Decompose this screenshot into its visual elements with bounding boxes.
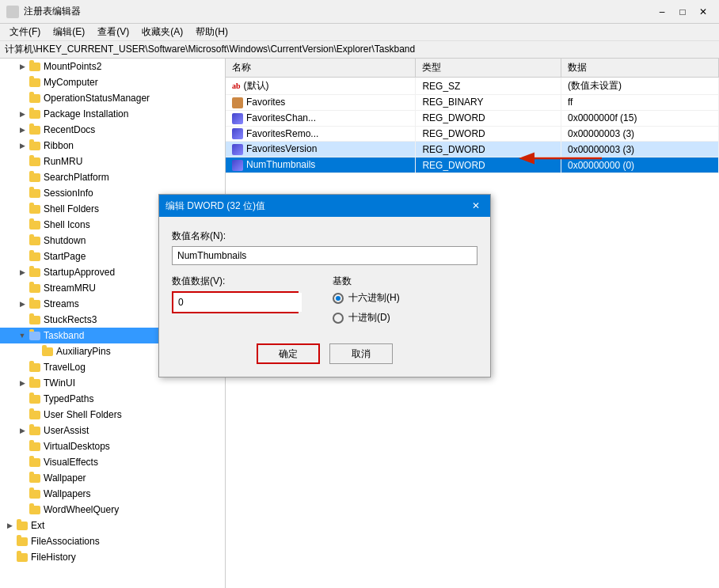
field-name-input[interactable] — [172, 246, 477, 265]
expand-usershellfolders[interactable]: ▶ — [16, 408, 29, 421]
maximize-button[interactable]: □ — [673, 4, 692, 20]
table-row[interactable]: ab(默认)REG_SZ(数值未设置) — [226, 78, 719, 95]
dialog-close-button[interactable]: ✕ — [468, 199, 484, 213]
expand-filehistory[interactable]: ▶ — [3, 551, 16, 563]
menu-favorites[interactable]: 收藏夹(A) — [135, 24, 189, 40]
folder-icon-wordwheelquery — [29, 503, 41, 516]
radio-dec-option[interactable]: 十进制(D) — [333, 311, 477, 324]
cell-name: FavoritesVersion — [226, 142, 416, 157]
expand-recentdocs[interactable]: ▶ — [16, 123, 29, 136]
radio-hex-option[interactable]: 十六进制(H) — [333, 291, 477, 305]
tree-label-auxiliarypins: AuxiliaryPins — [56, 346, 111, 357]
radio-dec-circle[interactable] — [333, 313, 344, 324]
table-row[interactable]: FavoritesREG_BINARYff — [226, 95, 719, 111]
radio-hex-circle[interactable] — [333, 293, 344, 304]
expand-taskband[interactable]: ▼ — [16, 329, 29, 342]
expand-wallpapers[interactable]: ▶ — [16, 487, 29, 500]
expand-runmru[interactable]: ▶ — [16, 155, 29, 168]
table-row[interactable]: FavoritesChan...REG_DWORD0x0000000f (15) — [226, 110, 719, 126]
tree-label-startupapproved: StartupApproved — [44, 267, 115, 278]
tree-label-visualeffects: VisualEffects — [44, 457, 98, 468]
tree-label-runmru: RunMRU — [44, 156, 82, 167]
folder-icon-usershellfolders — [29, 408, 41, 421]
expand-typedpaths[interactable]: ▶ — [16, 393, 29, 405]
dialog-ok-button[interactable]: 确定 — [257, 343, 320, 364]
cell-name-text: Favorites — [246, 97, 285, 108]
cell-name-text: (默认) — [244, 80, 269, 91]
tree-item-usershellfolders[interactable]: ▶ User Shell Folders — [0, 407, 225, 423]
expand-startupapproved[interactable]: ▶ — [16, 266, 29, 279]
cell-data: 0x00000003 (3) — [561, 142, 719, 157]
tree-item-filehistory[interactable]: ▶ FileHistory — [0, 549, 225, 565]
close-button[interactable]: ✕ — [694, 4, 713, 20]
expand-stuckrects3[interactable]: ▶ — [16, 313, 29, 326]
expand-operstatus[interactable]: ▶ — [16, 92, 29, 104]
tree-label-wordwheelquery: WordWheelQuery — [44, 504, 119, 515]
expand-auxiliarypins[interactable]: ▶ — [29, 345, 41, 358]
tree-item-recentdocs[interactable]: ▶ RecentDocs — [0, 122, 225, 138]
tree-label-wallpaper: Wallpaper — [44, 472, 86, 484]
tree-item-wallpaper[interactable]: ▶ Wallpaper — [0, 470, 225, 486]
cell-type: REG_DWORD — [416, 142, 561, 157]
tree-item-mountpoints2[interactable]: ▶ MountPoints2 — [0, 59, 225, 74]
tree-label-fileassociations: FileAssociations — [31, 536, 100, 547]
expand-fileassociations[interactable]: ▶ — [3, 535, 16, 548]
tree-item-ext[interactable]: ▶ Ext — [0, 518, 225, 533]
menu-file[interactable]: 文件(F) — [3, 24, 47, 40]
expand-streams[interactable]: ▶ — [16, 298, 29, 310]
tree-item-fileassociations[interactable]: ▶ FileAssociations — [0, 533, 225, 549]
tree-label-usershellfolders: User Shell Folders — [44, 409, 122, 420]
tree-item-visualeffects[interactable]: ▶ VisualEffects — [0, 454, 225, 470]
field-data-input[interactable] — [173, 293, 302, 312]
tree-item-mycomputer[interactable]: ▶ MyComputer — [0, 74, 225, 90]
expand-sessioninfo[interactable]: ▶ — [16, 187, 29, 199]
menu-help[interactable]: 帮助(H) — [189, 24, 234, 40]
expand-virtualdesktops[interactable]: ▶ — [16, 440, 29, 453]
menu-view[interactable]: 查看(V) — [91, 24, 135, 40]
tree-label-filehistory: FileHistory — [31, 552, 76, 563]
tree-item-ribbon[interactable]: ▶ Ribbon — [0, 138, 225, 154]
tree-item-searchplatform[interactable]: ▶ SearchPlatform — [0, 169, 225, 185]
tree-item-wallpapers[interactable]: ▶ Wallpapers — [0, 486, 225, 502]
expand-shellfolders[interactable]: ▶ — [16, 203, 29, 215]
tree-item-operstatus[interactable]: ▶ OperationStatusManager — [0, 90, 225, 106]
tree-item-typedpaths[interactable]: ▶ TypedPaths — [0, 391, 225, 407]
expand-shutdown[interactable]: ▶ — [16, 234, 29, 247]
tree-item-twinui[interactable]: ▶ TWinUI — [0, 375, 225, 391]
expand-visualeffects[interactable]: ▶ — [16, 456, 29, 469]
table-row[interactable]: NumThumbnailsREG_DWORD0x00000000 (0) — [226, 157, 719, 173]
reg-icon-dword — [232, 113, 243, 124]
dialog-cancel-button[interactable]: 取消 — [329, 343, 393, 364]
expand-travellog[interactable]: ▶ — [16, 361, 29, 374]
expand-ext[interactable]: ▶ — [3, 519, 16, 532]
table-row[interactable]: FavoritesRemo...REG_DWORD0x00000003 (3) — [226, 126, 719, 142]
cell-name-text: FavoritesVersion — [246, 143, 317, 154]
expand-packageinstall[interactable]: ▶ — [16, 108, 29, 120]
expand-ribbon[interactable]: ▶ — [16, 139, 29, 152]
tree-item-userassist[interactable]: ▶ UserAssist — [0, 423, 225, 438]
expand-twinui[interactable]: ▶ — [16, 377, 29, 389]
cell-data: 0x0000000f (15) — [561, 110, 719, 126]
expand-wordwheelquery[interactable]: ▶ — [16, 503, 29, 516]
expand-startpage[interactable]: ▶ — [16, 250, 29, 263]
tree-label-stuckrects3: StuckRects3 — [44, 314, 97, 325]
tree-item-runmru[interactable]: ▶ RunMRU — [0, 154, 225, 169]
menu-edit[interactable]: 编辑(E) — [47, 24, 91, 40]
expand-shellicons[interactable]: ▶ — [16, 218, 29, 231]
expand-userassist[interactable]: ▶ — [16, 424, 29, 437]
folder-icon-startpage — [29, 250, 41, 263]
cell-data: 0x00000000 (0) — [561, 157, 719, 173]
minimize-button[interactable]: – — [652, 4, 671, 20]
expand-mycomputer[interactable]: ▶ — [16, 76, 29, 89]
tree-item-wordwheelquery[interactable]: ▶ WordWheelQuery — [0, 502, 225, 518]
expand-mountpoints2[interactable]: ▶ — [16, 60, 29, 73]
tree-item-packageinstall[interactable]: ▶ Package Installation — [0, 106, 225, 122]
tree-item-virtualdesktops[interactable]: ▶ VirtualDesktops — [0, 438, 225, 454]
dialog-body: 数值名称(N): 数值数据(V): 基数 十六进制(H) — [159, 217, 490, 377]
reg-icon-dword — [232, 144, 243, 155]
expand-streammru[interactable]: ▶ — [16, 282, 29, 294]
folder-icon-stuckrects3 — [29, 313, 41, 326]
table-row[interactable]: FavoritesVersionREG_DWORD0x00000003 (3) — [226, 142, 719, 157]
expand-wallpaper[interactable]: ▶ — [16, 472, 29, 484]
expand-searchplatform[interactable]: ▶ — [16, 171, 29, 184]
